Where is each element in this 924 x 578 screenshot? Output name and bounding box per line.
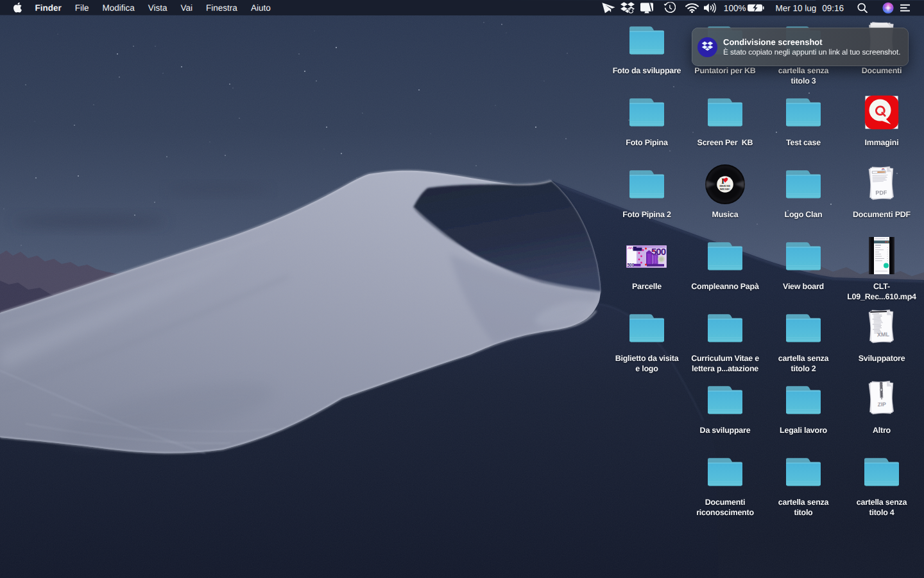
- svg-text:ZIP: ZIP: [878, 401, 887, 407]
- svg-text:500: 500: [628, 263, 635, 267]
- svg-text:XML: XML: [877, 331, 890, 338]
- svg-text:PDF: PDF: [875, 189, 887, 197]
- svg-text:MUSIC: MUSIC: [720, 188, 731, 191]
